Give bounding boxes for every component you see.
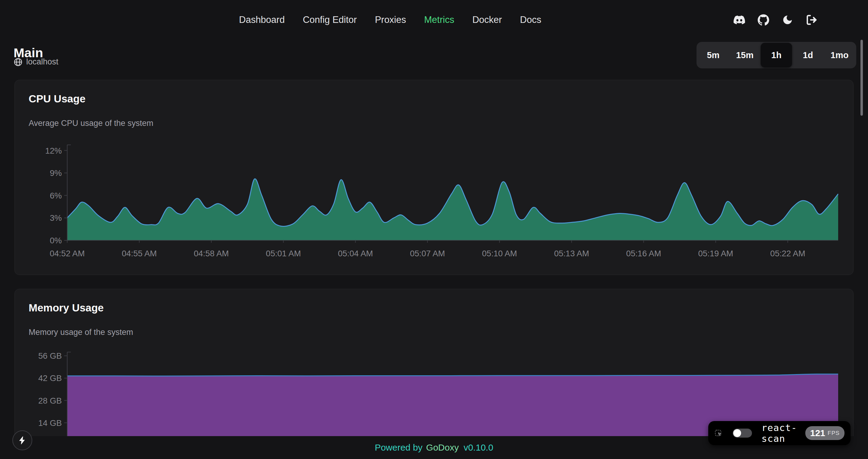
svg-text:3%: 3% bbox=[50, 213, 62, 223]
vertical-scrollbar-thumb[interactable] bbox=[861, 40, 863, 116]
svg-text:28 GB: 28 GB bbox=[38, 396, 62, 405]
time-range-option-5m[interactable]: 5m bbox=[698, 43, 729, 67]
svg-text:9%: 9% bbox=[50, 168, 62, 178]
time-range-selector: 5m 15m 1h 1d 1mo bbox=[696, 42, 856, 68]
header-icon-row bbox=[733, 14, 818, 26]
theme-moon-icon[interactable] bbox=[781, 14, 794, 26]
svg-text:04:58 AM: 04:58 AM bbox=[194, 249, 229, 258]
svg-text:05:01 AM: 05:01 AM bbox=[266, 249, 301, 258]
svg-text:05:19 AM: 05:19 AM bbox=[698, 249, 733, 258]
svg-text:04:52 AM: 04:52 AM bbox=[50, 249, 85, 258]
top-nav: Dashboard Config Editor Proxies Metrics … bbox=[239, 14, 541, 25]
react-scan-widget[interactable]: react-scan 121 FPS bbox=[708, 421, 850, 445]
memory-card-title: Memory Usage bbox=[29, 302, 104, 314]
svg-text:0%: 0% bbox=[50, 236, 62, 245]
github-icon[interactable] bbox=[757, 14, 770, 26]
time-range-option-1h[interactable]: 1h bbox=[761, 43, 792, 67]
svg-text:14 GB: 14 GB bbox=[38, 418, 62, 428]
nav-item-config-editor[interactable]: Config Editor bbox=[303, 14, 357, 25]
inspect-cursor-icon[interactable] bbox=[714, 428, 722, 438]
memory-card-subtitle: Memory usage of the system bbox=[29, 328, 133, 337]
cpu-usage-chart: 12%9%6%3%0%04:52 AM04:55 AM04:58 AM05:01… bbox=[15, 139, 854, 265]
svg-text:04:55 AM: 04:55 AM bbox=[122, 249, 157, 258]
fps-badge: 121 FPS bbox=[805, 426, 844, 440]
nav-item-dashboard[interactable]: Dashboard bbox=[239, 14, 285, 25]
svg-text:56 GB: 56 GB bbox=[38, 351, 62, 361]
footer-powered-by: Powered by bbox=[375, 442, 422, 453]
cpu-card-subtitle: Average CPU usage of the system bbox=[29, 119, 153, 128]
react-scan-toggle[interactable] bbox=[733, 429, 752, 438]
time-range-option-15m[interactable]: 15m bbox=[729, 43, 761, 67]
svg-text:05:10 AM: 05:10 AM bbox=[482, 249, 517, 258]
host-row: localhost bbox=[13, 57, 59, 67]
toggle-knob bbox=[733, 429, 741, 437]
cpu-card-title: CPU Usage bbox=[29, 93, 86, 105]
svg-text:05:13 AM: 05:13 AM bbox=[554, 249, 589, 258]
svg-text:12%: 12% bbox=[45, 146, 62, 155]
svg-text:05:22 AM: 05:22 AM bbox=[770, 249, 805, 258]
host-label: localhost bbox=[26, 57, 59, 67]
time-range-option-1d[interactable]: 1d bbox=[792, 43, 824, 67]
svg-text:05:04 AM: 05:04 AM bbox=[338, 249, 373, 258]
discord-icon[interactable] bbox=[733, 14, 745, 26]
globe-icon bbox=[13, 58, 23, 67]
nav-item-docker[interactable]: Docker bbox=[472, 14, 502, 25]
time-range-option-1mo[interactable]: 1mo bbox=[824, 43, 855, 67]
svg-text:05:16 AM: 05:16 AM bbox=[626, 249, 661, 258]
nav-item-metrics[interactable]: Metrics bbox=[424, 14, 454, 25]
react-scan-label: react-scan bbox=[762, 422, 805, 444]
cpu-usage-card: CPU Usage Average CPU usage of the syste… bbox=[14, 80, 854, 275]
svg-text:05:07 AM: 05:07 AM bbox=[410, 249, 445, 258]
footer-brand-link[interactable]: GoDoxy bbox=[426, 442, 459, 453]
svg-text:6%: 6% bbox=[50, 191, 62, 200]
svg-text:42 GB: 42 GB bbox=[38, 373, 62, 383]
nav-item-docs[interactable]: Docs bbox=[520, 14, 541, 25]
quick-actions-button[interactable] bbox=[12, 430, 32, 450]
nav-item-proxies[interactable]: Proxies bbox=[375, 14, 406, 25]
lightning-icon bbox=[18, 436, 27, 445]
fps-value: 121 bbox=[810, 428, 825, 438]
app-screen: Dashboard Config Editor Proxies Metrics … bbox=[0, 0, 868, 459]
logout-icon[interactable] bbox=[806, 14, 818, 26]
fps-unit: FPS bbox=[828, 430, 840, 436]
footer-version: v0.10.0 bbox=[464, 442, 493, 453]
